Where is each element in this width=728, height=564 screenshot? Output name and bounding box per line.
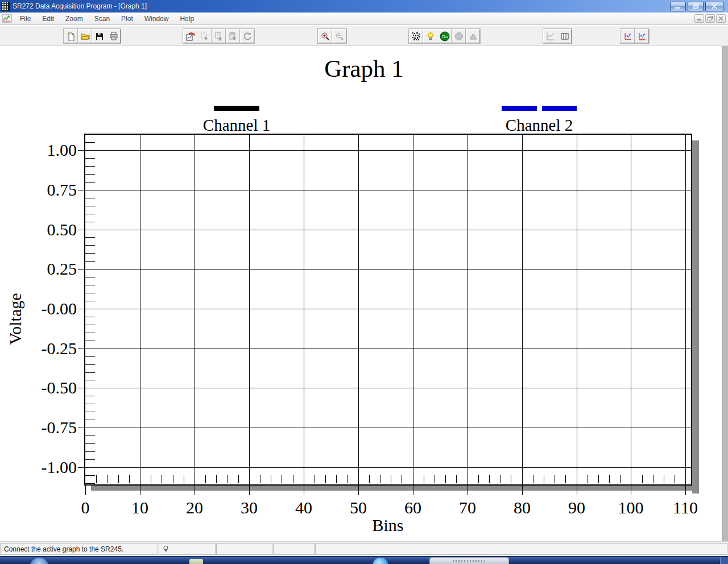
status-message: Connect the active graph to the SR245. xyxy=(4,545,123,553)
x-gridline xyxy=(577,135,577,484)
y-tick-label: -0.00 xyxy=(23,299,77,318)
status-message-panel: Connect the active graph to the SR245. xyxy=(0,543,158,555)
mdi-minimize-button[interactable] xyxy=(694,14,704,23)
x-minor-tick xyxy=(325,475,326,483)
restore-icon xyxy=(693,3,699,9)
menu-plot[interactable]: Plot xyxy=(115,13,139,24)
rescale-plot-button[interactable] xyxy=(183,29,197,43)
hint-button[interactable] xyxy=(423,29,437,43)
y-gridline xyxy=(85,230,691,230)
restore-button[interactable] xyxy=(688,2,704,11)
x-minor-tick xyxy=(162,475,162,483)
x-gridline xyxy=(631,135,631,484)
x-minor-tick xyxy=(151,475,151,483)
menu-help[interactable]: Help xyxy=(174,13,200,24)
printer-icon xyxy=(109,32,118,41)
print-button[interactable] xyxy=(106,29,121,43)
minimize-button[interactable] xyxy=(670,2,686,11)
x-minor-tick xyxy=(391,475,391,483)
x-minor-tick xyxy=(227,475,228,483)
x-minor-tick xyxy=(216,475,217,483)
x-minor-tick xyxy=(533,475,533,483)
taskbar-folder-icon[interactable] xyxy=(189,559,203,564)
x-major-tick xyxy=(522,486,523,495)
chart-gray-icon xyxy=(546,32,555,41)
copy-plot-button[interactable] xyxy=(212,29,226,43)
mdi-minimize-icon xyxy=(697,16,702,21)
zoom-selection-button[interactable] xyxy=(197,29,212,43)
menu-edit[interactable]: Edit xyxy=(36,13,60,24)
x-major-tick xyxy=(358,486,359,495)
menu-window[interactable]: Window xyxy=(139,13,175,24)
x-minor-tick xyxy=(96,475,97,483)
channel-1-label: Channel 1 xyxy=(174,117,299,134)
x-minor-tick xyxy=(456,475,457,483)
y-minor-tick xyxy=(85,237,95,238)
clipboard-arrow-icon xyxy=(229,32,238,41)
y-major-tick xyxy=(78,230,85,230)
menu-scan[interactable]: Scan xyxy=(89,13,115,24)
y-gridline xyxy=(85,269,691,269)
show-desktop-button[interactable] xyxy=(720,557,728,564)
y-minor-tick xyxy=(85,341,95,341)
stop-button[interactable] xyxy=(452,29,466,43)
plot-canvas[interactable] xyxy=(84,134,692,486)
x-major-tick xyxy=(413,486,413,495)
mdi-close-button[interactable] xyxy=(716,14,726,23)
taskbar-language-bar[interactable] xyxy=(429,557,509,564)
table-view-button[interactable] xyxy=(557,29,572,43)
x-major-tick xyxy=(304,486,304,495)
new-file-button[interactable] xyxy=(64,29,78,43)
menu-zoom[interactable]: Zoom xyxy=(60,13,89,24)
x-minor-tick xyxy=(238,475,239,483)
y-minor-tick xyxy=(85,459,95,460)
x-minor-tick xyxy=(445,475,446,483)
new-graph-button[interactable] xyxy=(621,29,635,43)
x-minor-tick xyxy=(282,475,282,483)
windows-taskbar xyxy=(0,556,728,564)
step-button[interactable] xyxy=(466,29,480,43)
save-button[interactable] xyxy=(92,29,106,43)
y-gridline xyxy=(85,349,691,349)
mdi-restore-button[interactable] xyxy=(705,14,715,23)
x-minor-tick xyxy=(620,475,621,483)
x-gridline xyxy=(358,135,359,484)
x-minor-tick xyxy=(293,475,293,483)
x-tick-label: 90 xyxy=(551,498,602,517)
x-minor-tick xyxy=(205,475,206,483)
x-minor-tick xyxy=(260,475,260,483)
y-tick-label: 1.00 xyxy=(23,140,77,160)
y-gridline xyxy=(85,428,691,428)
legend-line-segment xyxy=(542,106,577,111)
legend-line-segment xyxy=(214,106,259,111)
close-button[interactable] xyxy=(705,2,723,11)
replay-button[interactable] xyxy=(240,29,254,43)
y-minor-tick xyxy=(85,396,95,396)
arrange-graphs-button[interactable] xyxy=(635,29,649,43)
go-button[interactable]: Go xyxy=(437,29,452,43)
menu-file[interactable]: File xyxy=(14,13,36,24)
y-minor-tick xyxy=(85,166,95,167)
mdi-restore-icon xyxy=(708,16,713,21)
x-minor-tick xyxy=(555,475,555,483)
y-tick-label: 0.75 xyxy=(23,180,77,200)
x-minor-tick xyxy=(511,475,511,483)
connect-sr245-button[interactable] xyxy=(409,29,423,43)
x-major-tick xyxy=(140,486,140,495)
taskbar-app-icon[interactable] xyxy=(373,558,388,564)
zoom-out-button[interactable] xyxy=(332,29,346,43)
start-button[interactable] xyxy=(30,558,49,564)
mdi-close-icon xyxy=(719,16,723,21)
open-folder-icon xyxy=(81,32,90,41)
zoom-in-button[interactable] xyxy=(318,29,332,43)
zoom-in-icon xyxy=(321,32,330,41)
legend-channel-1: Channel 1 xyxy=(174,106,299,134)
y-tick-label: 0.50 xyxy=(23,220,77,239)
y-minor-tick xyxy=(85,325,95,325)
paste-plot-button[interactable] xyxy=(226,29,240,43)
channel-2-line-swatch xyxy=(477,106,602,111)
x-minor-tick xyxy=(609,475,610,483)
open-file-button[interactable] xyxy=(78,29,92,43)
channel-1-line-swatch xyxy=(174,106,299,111)
graph-view-button[interactable] xyxy=(543,29,557,43)
